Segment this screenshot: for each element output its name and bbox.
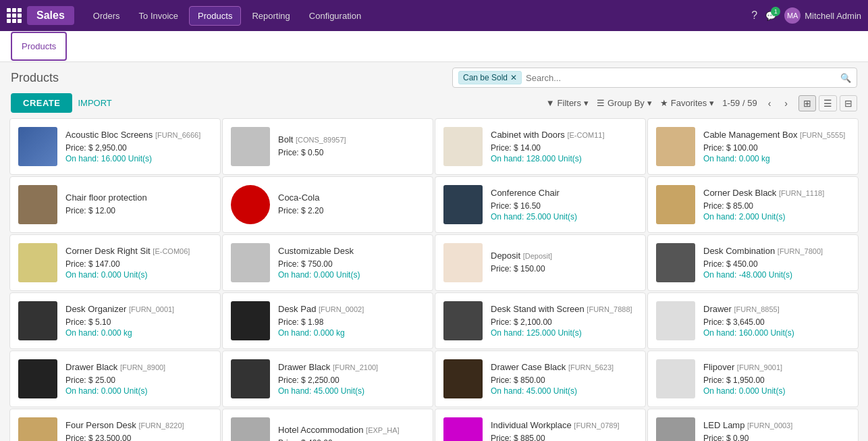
product-card[interactable]: Individual Workplace [FURN_0789]Price: $…: [435, 409, 646, 441]
filters-chevron: ▾: [584, 98, 589, 108]
product-info: Drawer Black [FURN_8900]Price: $ 25.00On…: [65, 362, 212, 396]
nav-configuration[interactable]: Configuration: [301, 7, 369, 25]
next-page-button[interactable]: ›: [782, 97, 790, 110]
pivot-view-button[interactable]: ⊟: [840, 95, 857, 111]
product-stock: On hand: 125.000 Unit(s): [491, 328, 637, 338]
product-card[interactable]: Desk Organizer [FURN_0001]Price: $ 5.10O…: [9, 292, 221, 349]
product-card[interactable]: Desk Pad [FURN_0002]Price: $ 1.98On hand…: [222, 292, 433, 349]
nav-orders[interactable]: Orders: [85, 7, 128, 25]
product-name: Drawer Black [FURN_2100]: [278, 362, 425, 373]
product-price: Price: $ 100.00: [703, 143, 850, 153]
product-name: Coca-Cola: [278, 192, 425, 204]
product-card[interactable]: Cable Management Box [FURN_5555]Price: $…: [647, 118, 859, 175]
product-info: Desk Organizer [FURN_0001]Price: $ 5.10O…: [65, 304, 212, 338]
product-card[interactable]: Deposit [Deposit]Price: $ 150.00: [435, 234, 646, 291]
import-button[interactable]: IMPORT: [78, 98, 111, 108]
product-info: Cable Management Box [FURN_5555]Price: $…: [703, 130, 850, 163]
product-card[interactable]: Customizable DeskPrice: $ 750.00On hand:…: [222, 234, 433, 291]
filter-tag-close[interactable]: ✕: [510, 73, 517, 82]
product-card[interactable]: LED Lamp [FURN_0003]Price: $ 0.90On hand…: [647, 409, 859, 441]
product-info: Deposit [Deposit]Price: $ 150.00: [491, 251, 637, 275]
user-name: Mitchell Admin: [805, 11, 861, 21]
favorites-button[interactable]: ★ Favorites ▾: [660, 98, 714, 108]
sub-nav-products[interactable]: Products: [11, 32, 67, 61]
list-view-button[interactable]: ☰: [819, 95, 837, 111]
product-name: Desk Combination [FURN_7800]: [703, 246, 850, 257]
product-card[interactable]: Cabinet with Doors [E-COM11]Price: $ 14.…: [435, 118, 646, 175]
product-name: Desk Organizer [FURN_0001]: [65, 304, 212, 315]
toolbar-right: ▼ Filters ▾ ☰ Group By ▾ ★ Favorites ▾ 1…: [546, 95, 857, 111]
product-name: Corner Desk Right Sit [E-COM06]: [65, 246, 212, 257]
product-card[interactable]: Desk Stand with Screen [FURN_7888]Price:…: [435, 292, 646, 349]
product-thumbnail: [231, 127, 270, 166]
notifications-icon[interactable]: 💬 1: [765, 11, 776, 21]
apps-grid-icon[interactable]: [7, 8, 22, 23]
view-toggle: ⊞ ☰ ⊟: [798, 95, 857, 111]
product-name: Four Person Desk [FURN_8220]: [65, 420, 212, 432]
product-price: Price: $ 2,950.00: [65, 143, 212, 153]
product-card[interactable]: Corner Desk Right Sit [E-COM06]Price: $ …: [9, 234, 221, 291]
product-name: Desk Stand with Screen [FURN_7888]: [491, 304, 637, 315]
nav-to-invoice[interactable]: To Invoice: [131, 7, 187, 25]
product-card[interactable]: Hotel Accommodation [EXP_HA]Price: $ 400…: [222, 409, 433, 441]
product-thumbnail: [656, 417, 695, 441]
create-button[interactable]: CREATE: [11, 93, 72, 113]
product-info: Drawer Black [FURN_2100]Price: $ 2,250.0…: [278, 362, 425, 396]
product-thumbnail: [656, 243, 695, 282]
product-price: Price: $ 400.00: [278, 438, 425, 441]
groupby-label: Group By: [607, 98, 645, 108]
product-card[interactable]: Drawer Black [FURN_2100]Price: $ 2,250.0…: [222, 351, 433, 407]
product-card[interactable]: Coca-ColaPrice: $ 2.20: [222, 176, 433, 233]
product-price: Price: $ 2,250.00: [278, 375, 425, 385]
groupby-button[interactable]: ☰ Group By ▾: [597, 98, 652, 108]
product-stock: On hand: 45.000 Unit(s): [278, 386, 425, 396]
product-price: Price: $ 147.00: [65, 259, 212, 269]
search-input[interactable]: [526, 73, 840, 83]
product-name: Acoustic Bloc Screens [FURN_6666]: [65, 130, 212, 141]
product-info: Desk Stand with Screen [FURN_7888]Price:…: [491, 304, 637, 338]
product-card[interactable]: Drawer Case Black [FURN_5623]Price: $ 85…: [435, 351, 646, 407]
search-icon[interactable]: 🔍: [840, 73, 851, 83]
product-thumbnail: [443, 127, 483, 166]
filter-tag-can-be-sold[interactable]: Can be Sold ✕: [458, 71, 522, 84]
grid-view-button[interactable]: ⊞: [798, 95, 816, 111]
product-info: Drawer [FURN_8855]Price: $ 3,645.00On ha…: [703, 304, 850, 338]
product-price: Price: $ 23,500.00: [65, 434, 212, 441]
search-bar: Can be Sold ✕ 🔍: [452, 68, 857, 88]
product-card[interactable]: Bolt [CONS_89957]Price: $ 0.50: [222, 118, 433, 175]
pagination-info: 1-59 / 59: [722, 98, 757, 108]
product-info: Individual Workplace [FURN_0789]Price: $…: [491, 420, 637, 441]
brand-logo[interactable]: Sales: [27, 6, 74, 25]
user-menu[interactable]: MA Mitchell Admin: [784, 7, 861, 24]
product-name: Drawer Case Black [FURN_5623]: [491, 362, 637, 373]
product-info: Flipover [FURN_9001]Price: $ 1,950.00On …: [703, 362, 850, 396]
product-card[interactable]: Drawer [FURN_8855]Price: $ 3,645.00On ha…: [647, 292, 859, 349]
product-card[interactable]: Acoustic Bloc Screens [FURN_6666]Price: …: [9, 118, 221, 175]
page-title: Products: [11, 71, 59, 85]
product-thumbnail: [18, 127, 57, 166]
product-card[interactable]: Desk Combination [FURN_7800]Price: $ 450…: [647, 234, 859, 291]
prev-page-button[interactable]: ‹: [765, 97, 774, 110]
product-stock: On hand: 0.000 Unit(s): [278, 270, 425, 280]
filters-button[interactable]: ▼ Filters ▾: [546, 98, 589, 108]
product-thumbnail: [656, 185, 695, 224]
product-name: LED Lamp [FURN_0003]: [703, 420, 850, 432]
product-name: Desk Pad [FURN_0002]: [278, 304, 425, 315]
nav-products[interactable]: Products: [189, 6, 241, 26]
nav-reporting[interactable]: Reporting: [244, 7, 298, 25]
help-icon[interactable]: ?: [751, 9, 757, 22]
apps-menu[interactable]: [7, 8, 22, 23]
favorites-chevron: ▾: [709, 98, 714, 108]
product-stock: On hand: 16.000 Unit(s): [65, 154, 212, 163]
product-stock: On hand: 128.000 Unit(s): [491, 154, 637, 163]
product-card[interactable]: Chair floor protectionPrice: $ 12.00: [9, 176, 221, 233]
product-card[interactable]: Four Person Desk [FURN_8220]Price: $ 23,…: [9, 409, 221, 441]
product-card[interactable]: Conference ChairPrice: $ 16.50On hand: 2…: [435, 176, 646, 233]
product-card[interactable]: Drawer Black [FURN_8900]Price: $ 25.00On…: [9, 351, 221, 407]
product-card[interactable]: Flipover [FURN_9001]Price: $ 1,950.00On …: [647, 351, 859, 407]
product-card[interactable]: Corner Desk Black [FURN_1118]Price: $ 85…: [647, 176, 859, 233]
product-stock: On hand: 0.000 kg: [65, 328, 212, 338]
products-grid: Acoustic Bloc Screens [FURN_6666]Price: …: [0, 118, 868, 441]
product-info: Chair floor protectionPrice: $ 12.00: [65, 192, 212, 217]
product-name: Individual Workplace [FURN_0789]: [491, 420, 637, 432]
